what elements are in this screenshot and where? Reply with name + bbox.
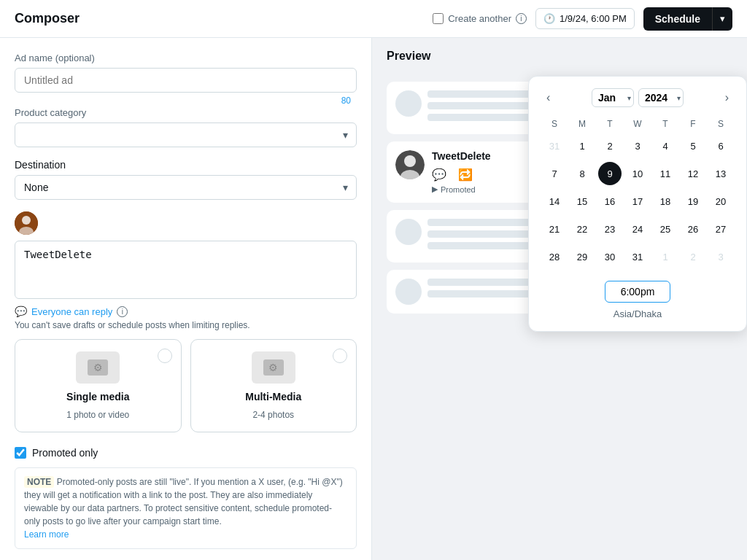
single-media-sublabel: 1 photo or video (66, 410, 129, 420)
calendar-day-14[interactable]: 14 (543, 190, 566, 213)
destination-wrapper: None ▾ (15, 175, 357, 200)
calendar-day-5[interactable]: 5 (681, 134, 705, 158)
calendar-day-11[interactable]: 11 (654, 162, 677, 185)
destination-label: Destination (15, 159, 357, 171)
comment-icon[interactable]: 💬 (432, 168, 446, 182)
main-layout: Ad name (optional) 80 Product category ▾… (0, 38, 747, 560)
multi-media-label: Multi-Media (245, 391, 301, 402)
calendar-day-30[interactable]: 30 (598, 245, 622, 268)
calendar-day-8[interactable]: 8 (570, 162, 594, 185)
calendar-next-button[interactable]: › (719, 88, 735, 107)
note-box: NOTE Promoted-only posts are still "live… (15, 467, 357, 549)
calendar-cell-4-1: 29 (568, 243, 596, 271)
calendar-day-31-other[interactable]: 31 (543, 134, 566, 158)
single-media-card[interactable]: ⚙ Single media 1 photo or video (15, 339, 182, 432)
reply-warning-text: You can't save drafts or schedule posts … (15, 320, 357, 330)
skeleton-avatar-2 (395, 219, 422, 245)
calendar-day-21[interactable]: 21 (543, 217, 566, 241)
single-media-radio[interactable] (158, 349, 172, 363)
calendar-day-15[interactable]: 15 (570, 190, 594, 213)
ad-name-char-count: 80 (341, 96, 351, 106)
calendar-day-9[interactable]: 9 (598, 162, 622, 185)
tweet-preview-avatar (395, 150, 425, 179)
calendar-day-19[interactable]: 19 (681, 190, 705, 213)
tweet-textarea[interactable]: TweetDelete (15, 241, 357, 299)
single-media-label: Single media (66, 391, 129, 402)
calendar-day-2-other[interactable]: 2 (681, 245, 705, 268)
calendar-day-3[interactable]: 3 (626, 134, 649, 158)
datetime-label: 1/9/24, 6:00 PM (560, 13, 627, 24)
calendar-prev-button[interactable]: ‹ (541, 88, 556, 107)
datetime-button[interactable]: 🕐 1/9/24, 6:00 PM (535, 8, 635, 29)
calendar-day-16[interactable]: 16 (598, 190, 622, 213)
calendar-cell-0-4: 4 (651, 132, 679, 160)
calendar-day-20[interactable]: 20 (709, 190, 732, 213)
multi-media-card[interactable]: ⚙ Multi-Media 2-4 photos (190, 339, 357, 432)
day-header-sat: S (707, 116, 735, 132)
create-another-label[interactable]: Create another i (433, 13, 527, 24)
note-bold-label: NOTE (24, 476, 54, 488)
calendar-day-23[interactable]: 23 (598, 217, 622, 241)
calendar-cell-1-2: 9 (596, 160, 624, 187)
time-input[interactable] (605, 281, 670, 303)
single-media-gear-icon: ⚙ (93, 362, 103, 373)
reply-everyone-link[interactable]: Everyone can reply (31, 306, 112, 317)
calendar-day-6[interactable]: 6 (709, 134, 732, 158)
year-select-wrap: 2023 2024 2025 ▾ (638, 88, 684, 107)
promoted-only-checkbox[interactable] (15, 447, 26, 459)
retweet-icon[interactable]: 🔁 (458, 168, 473, 182)
calendar-day-28[interactable]: 28 (543, 245, 566, 268)
calendar-cell-4-0: 28 (541, 243, 568, 271)
product-category-select[interactable] (15, 122, 357, 147)
calendar-day-1-other[interactable]: 1 (654, 245, 677, 268)
calendar-cell-0-1: 1 (568, 132, 596, 160)
calendar-day-22[interactable]: 22 (570, 217, 594, 241)
month-select[interactable]: Jan FebMarApr MayJunJul AugSepOct NovDec (592, 88, 634, 107)
calendar-day-3-other[interactable]: 3 (709, 245, 732, 268)
app-header: Composer Create another i 🕐 1/9/24, 6:00… (0, 0, 747, 38)
calendar-overlay: ‹ Jan FebMarApr MayJunJul AugSepOct NovD… (528, 76, 747, 332)
calendar-cell-0-2: 2 (596, 132, 624, 160)
day-header-fri: F (679, 116, 707, 132)
calendar-header: ‹ Jan FebMarApr MayJunJul AugSepOct NovD… (541, 88, 735, 107)
calendar-day-4[interactable]: 4 (654, 134, 677, 158)
calendar-day-25[interactable]: 25 (654, 217, 677, 241)
calendar-day-17[interactable]: 17 (626, 190, 649, 213)
calendar-cell-2-2: 16 (596, 187, 624, 215)
calendar-day-13[interactable]: 13 (709, 162, 732, 185)
calendar-cell-1-5: 12 (679, 160, 707, 187)
calendar-day-18[interactable]: 18 (654, 190, 677, 213)
create-another-text: Create another (448, 13, 511, 24)
multi-media-icon-box: ⚙ (252, 351, 295, 384)
calendar-day-10[interactable]: 10 (626, 162, 649, 185)
calendar-week-4: 28293031123 (541, 243, 735, 271)
schedule-dropdown-button[interactable]: ▾ (712, 7, 732, 31)
calendar-day-26[interactable]: 26 (681, 217, 705, 241)
calendar-day-29[interactable]: 29 (570, 245, 594, 268)
reply-icon: 💬 (15, 306, 27, 317)
calendar-day-24[interactable]: 24 (626, 217, 649, 241)
day-header-mon: M (568, 116, 596, 132)
ad-name-input[interactable] (15, 68, 357, 93)
multi-media-radio[interactable] (333, 349, 347, 363)
svg-point-4 (404, 155, 416, 167)
header-right: Create another i 🕐 1/9/24, 6:00 PM Sched… (433, 7, 732, 31)
year-select[interactable]: 2023 2024 2025 (638, 88, 684, 107)
calendar-cell-3-1: 22 (568, 215, 596, 243)
calendar-cell-2-1: 15 (568, 187, 596, 215)
calendar-day-31[interactable]: 31 (626, 245, 649, 268)
calendar-day-7[interactable]: 7 (543, 162, 566, 185)
calendar-day-1[interactable]: 1 (570, 134, 594, 158)
calendar-day-2[interactable]: 2 (598, 134, 622, 158)
calendar-week-0: 31123456 (541, 132, 735, 160)
calendar-cell-0-5: 5 (679, 132, 707, 160)
calendar-cell-4-6: 3 (707, 243, 735, 271)
create-another-checkbox[interactable] (433, 13, 444, 24)
calendar-day-12[interactable]: 12 (681, 162, 705, 185)
destination-select[interactable]: None (15, 175, 357, 200)
schedule-button[interactable]: Schedule (643, 7, 712, 31)
note-text: Promoted-only posts are still "live". If… (24, 477, 343, 526)
learn-more-link[interactable]: Learn more (24, 529, 69, 540)
reply-info-icon: i (117, 306, 128, 317)
calendar-day-27[interactable]: 27 (709, 217, 732, 241)
